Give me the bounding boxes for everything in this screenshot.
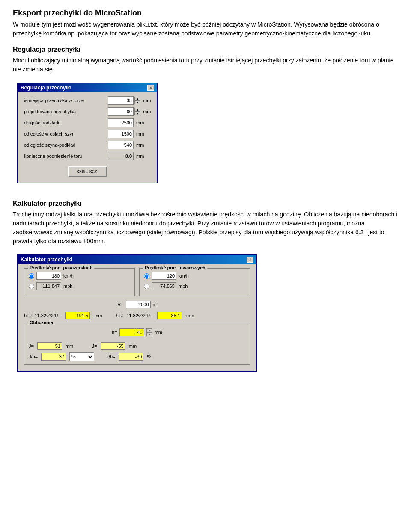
dialog2-pass-radio2-row: mph: [29, 282, 130, 290]
dialog1-close-btn[interactable]: ×: [147, 85, 154, 91]
dialog2-freight-input-kmh[interactable]: [152, 272, 176, 280]
dialog2-pass-unit-mph: mph: [63, 284, 72, 289]
dialog2-groups: Prędkość poc. pasażerskich km/h mph Pręd…: [24, 268, 250, 296]
dialog2-freight-radio2-mph[interactable]: [144, 284, 149, 289]
dialog2-jh-pass-input: [41, 353, 66, 361]
dialog1-input-3[interactable]: [108, 130, 134, 138]
dialog1-input-4[interactable]: [108, 141, 134, 149]
dialog1-row-1: projektowana przechyłka ▲ ▼ mm: [24, 107, 151, 116]
dialog2-jh-freight-input: [119, 353, 143, 361]
dialog2-pass-input-mph[interactable]: [36, 282, 61, 290]
dialog1-input-2[interactable]: [108, 118, 134, 127]
dialog2-jh-freight-label: J/h=: [106, 354, 115, 359]
dialog1-title-buttons: ×: [147, 85, 154, 91]
dialog1-input-0[interactable]: [108, 96, 134, 105]
dialog1-content: istniejąca przechyłka w torze ▲ ▼ mm pro…: [18, 92, 157, 183]
dialog2-pass-legend: Prędkość poc. pasażerskich: [28, 265, 94, 270]
dialog1-label-1: projektowana przechyłka: [24, 109, 105, 114]
dialog2-pass-group: Prędkość poc. pasażerskich km/h mph: [24, 268, 135, 296]
dialog1-input-wrap-2: mm: [108, 118, 144, 127]
dialog1-title: Regulacja przechyłki: [21, 85, 71, 91]
dialog1-label-2: długość podkładu: [24, 120, 105, 125]
dialog2-jh-pass-dropdown[interactable]: %: [69, 352, 94, 361]
dialog2-title: Kalkulator przechyłki: [21, 257, 72, 263]
dialog1-input-wrap-3: mm: [108, 130, 144, 138]
dialog2-radius-unit: m: [153, 302, 157, 307]
dialog2-pass-radio2-mph[interactable]: [29, 284, 34, 289]
dialog2-h-label: h=: [112, 330, 117, 335]
dialog2-freight-legend: Prędkość poc. towarowych: [143, 265, 207, 270]
dialog1-unit-5: mm: [136, 154, 144, 159]
dialog2-pass-unit-kmh: km/h: [63, 273, 74, 278]
section2-para1: Moduł obliczający minimalną wymaganą war…: [13, 56, 398, 74]
dialog1-spinner-up-1[interactable]: ▲: [134, 108, 140, 112]
dialog2-pass-radio1-row: km/h: [29, 272, 130, 280]
dialog1-input-wrap-5: mm: [108, 152, 144, 160]
dialog1-input-wrap-1: ▲ ▼ mm: [108, 107, 151, 116]
dialog2-freight-radio2-row: mph: [144, 282, 245, 290]
dialog1-oblicz-button[interactable]: OBLICZ: [68, 166, 107, 177]
dialog2-title-buttons: ×: [247, 257, 253, 263]
dialog1-unit-1: mm: [143, 109, 151, 114]
dialog2-freight-radio1-kmh[interactable]: [144, 273, 149, 279]
dialog2-j-pass-label: J=: [29, 343, 34, 349]
dialog2-formula-pass-unit: mm: [94, 313, 102, 318]
dialog2-j-freight-unit: mm: [129, 343, 137, 349]
dialog1-button-row: OBLICZ: [24, 166, 151, 177]
dialog1-spinner-0: ▲ ▼: [134, 97, 140, 104]
dialog2-pass-input-kmh[interactable]: [36, 272, 61, 280]
dialog2-obl-rows: h= ▲ ▼ mm J= mm J= mm: [29, 328, 245, 361]
dialog1-unit-0: mm: [143, 98, 151, 103]
dialog1-input-1[interactable]: [108, 107, 134, 116]
regulacja-dialog: Regulacja przechyłki × istniejąca przech…: [17, 83, 158, 183]
dialog2-freight-unit-mph: mph: [179, 284, 188, 289]
section3-para1: Trochę inny rodzaj kalkulatora przechyłk…: [13, 210, 398, 246]
dialog2-j-pass-input: [37, 342, 62, 350]
dialog2-pass-radio1-kmh[interactable]: [29, 273, 34, 279]
dialog1-spinner-down-1[interactable]: ▼: [134, 112, 140, 115]
dialog2-h-spinner: ▲ ▼: [146, 328, 152, 336]
dialog2-freight-radio1-row: km/h: [144, 272, 245, 280]
dialog2-j-row: J= mm J= mm: [29, 342, 245, 350]
dialog2-j-pass-unit: mm: [66, 343, 73, 349]
dialog1-unit-4: mm: [136, 142, 144, 148]
dialog2-jh-row: J/h= % J/h= %: [29, 352, 245, 361]
dialog2-radius-input[interactable]: [126, 301, 151, 308]
dialog1-input-wrap-4: mm: [108, 141, 144, 149]
dialog1-unit-2: mm: [136, 120, 144, 125]
dialog2-jh-pass-label: J/h=: [29, 354, 38, 359]
dialog1-row-0: istniejąca przechyłka w torze ▲ ▼ mm: [24, 96, 151, 105]
dialog2-titlebar: Kalkulator przechyłki ×: [18, 255, 256, 264]
dialog1-spinner-down-0[interactable]: ▼: [134, 100, 140, 104]
dialog2-formula-freight-unit: mm: [186, 313, 194, 318]
dialog2-freight-group: Prędkość poc. towarowych km/h mph: [139, 268, 250, 296]
kalkulator-dialog: Kalkulator przechyłki × Prędkość poc. pa…: [17, 254, 257, 372]
section3-title: Kalkulator przechyłki: [13, 200, 398, 207]
dialog2-formula-row: h+J=11.82v^2/R= mm h+J=11.82v^2/R= mm: [24, 312, 250, 319]
dialog2-close-btn[interactable]: ×: [247, 257, 253, 263]
dialog2-formula-pass-label: h+J=11.82v^2/R=: [24, 313, 61, 318]
dialog2-h-spinner-up[interactable]: ▲: [146, 328, 152, 332]
dialog1-titlebar: Regulacja przechyłki ×: [18, 83, 157, 92]
dialog2-h-spinner-down[interactable]: ▼: [146, 332, 152, 336]
dialog1-label-3: odległość w osiach szyn: [24, 131, 105, 136]
dialog1-input-5: [108, 152, 134, 160]
dialog1-row-3: odległość w osiach szyn mm: [24, 130, 151, 138]
dialog2-formula-freight-label: h+J=11.82v^2/R=: [116, 313, 153, 318]
dialog2-obliczenia-legend: Obliczenia: [28, 320, 55, 325]
dialog2-h-row: h= ▲ ▼ mm: [29, 328, 245, 336]
dialog1-spinner-up-0[interactable]: ▲: [134, 97, 140, 100]
dialog2-h-unit: mm: [155, 330, 162, 335]
dialog1-label-5: konieczne podniesienie toru: [24, 154, 105, 159]
dialog2-h-input[interactable]: [119, 328, 144, 336]
dialog2-j-freight-label: J=: [92, 343, 97, 349]
dialog2-radius-label: R=: [117, 302, 123, 307]
dialog2-formula-freight-value: [157, 312, 182, 319]
dialog1-label-0: istniejąca przechyłka w torze: [24, 98, 105, 103]
dialog1-row-2: długość podkładu mm: [24, 118, 151, 127]
dialog2-content: Prędkość poc. pasażerskich km/h mph Pręd…: [18, 264, 256, 371]
dialog2-freight-input-mph[interactable]: [152, 282, 176, 290]
section2-title: Regulacja przechyłki: [13, 46, 398, 53]
section1-para1: W module tym jest możliwość wygenerowani…: [13, 20, 398, 38]
dialog1-row-4: odległość szyna-podkład mm: [24, 141, 151, 149]
